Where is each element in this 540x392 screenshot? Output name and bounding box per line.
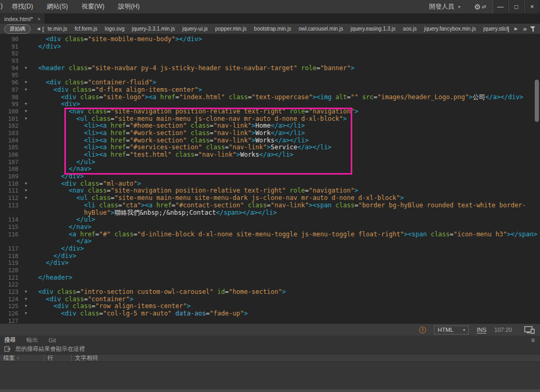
related-file-button[interactable]: logo.svg	[101, 26, 128, 32]
tab-close-icon[interactable]: ×	[37, 16, 40, 22]
line-number: 127	[0, 318, 21, 323]
code-line[interactable]: 99▼ <div>	[0, 101, 540, 108]
warning-icon[interactable]: !	[419, 327, 426, 333]
code-line[interactable]: 96▼ <div class="container-fluid">	[0, 79, 540, 87]
fold-collapse-icon[interactable]: ▼	[21, 303, 31, 310]
code-line[interactable]: 112▼ <ul class="site-menu main-menu site…	[0, 195, 540, 202]
related-file-button[interactable]: popper.min.js	[211, 26, 250, 32]
sync-settings-button[interactable]: ⚙ ⇄	[468, 3, 493, 11]
code-text: <div class="site-logo"><a href="index.ht…	[31, 94, 523, 101]
related-file-button[interactable]: jquery.easing.1.3.js	[347, 26, 399, 32]
code-line[interactable]: 124▼ <div class="container">	[0, 296, 540, 303]
fold-collapse-icon[interactable]: ▼	[21, 180, 31, 188]
overflow-chevron-icon[interactable]: »	[523, 25, 527, 33]
code-editor[interactable]: 90 <div class="site-mobile-menu-body"></…	[0, 34, 540, 323]
code-line[interactable]: 97▼ <div class="d-flex align-items-cente…	[0, 87, 540, 94]
code-line[interactable]: 120	[0, 267, 540, 274]
code-line[interactable]: 91 </div>	[0, 43, 540, 51]
minimize-button[interactable]: —	[493, 0, 508, 13]
code-line[interactable]: 121 </header>	[0, 274, 540, 282]
panel-tab-Git[interactable]: Git	[49, 337, 56, 343]
code-line[interactable]: 118 </div>	[0, 253, 540, 260]
column-header[interactable]: 文字相符	[72, 355, 540, 361]
menu-item[interactable]: 視窗(W)	[75, 2, 111, 11]
related-file-button[interactable]: te.min.js	[44, 26, 71, 32]
line-number: 121	[0, 274, 21, 282]
fold-collapse-icon[interactable]: ▼	[21, 187, 31, 195]
doc-type-dropdown[interactable]: HTML ▾	[434, 326, 469, 334]
fold-collapse-icon[interactable]: ▼	[21, 87, 31, 94]
code-line[interactable]: 122	[0, 281, 540, 289]
maximize-button[interactable]: □	[508, 0, 524, 13]
source-code-button[interactable]: 原始碼	[4, 24, 31, 34]
related-file-button[interactable]: jquery.fancybox.min.js	[420, 26, 479, 32]
filter-icon[interactable]	[530, 26, 536, 32]
code-line[interactable]: </a>	[0, 238, 540, 245]
fold-collapse-icon[interactable]: ▼	[21, 296, 31, 303]
code-line[interactable]: 115 </nav>	[0, 224, 540, 231]
code-line[interactable]: 93	[0, 58, 540, 65]
code-line[interactable]: 127	[0, 318, 540, 323]
line-number: 111	[0, 187, 21, 195]
fold-collapse-icon[interactable]: ▼	[21, 108, 31, 116]
code-line[interactable]: 113 <li class="cta"><a href="#contact-se…	[0, 202, 540, 209]
menu-item[interactable]: )	[0, 2, 5, 11]
scroll-left-icon[interactable]: ◀	[35, 26, 42, 31]
scroll-right-icon[interactable]: ▶	[513, 26, 520, 31]
related-file-button[interactable]: aos.js	[399, 26, 420, 32]
related-file-button[interactable]: bootstrap.min.js	[250, 26, 295, 32]
related-file-button[interactable]: owl.carousel.min.js	[295, 26, 346, 32]
close-button[interactable]: ×	[524, 0, 540, 13]
code-line[interactable]: 110▼ <div class="ml-auto">	[0, 180, 540, 188]
code-line[interactable]: 94▼ <header class="site-navbar py-4 js-s…	[0, 65, 540, 72]
insert-mode-toggle[interactable]: INS	[477, 327, 486, 333]
line-number: 113	[0, 202, 21, 209]
line-number: 91	[0, 43, 21, 51]
code-line[interactable]: 117 </div>	[0, 245, 540, 253]
related-file-button[interactable]: jquery-ui.js	[179, 26, 211, 32]
line-number: 125	[0, 303, 21, 310]
code-line[interactable]: 114 </ul>	[0, 216, 540, 224]
related-file-button[interactable]: jquery.sticky.js	[479, 26, 507, 32]
tab-index-html[interactable]: index.html* ×	[0, 14, 45, 24]
menu-item[interactable]: 尋找(D)	[5, 2, 40, 11]
code-line[interactable]: 116 <a href="#" class="d-inline-block d-…	[0, 231, 540, 238]
column-header[interactable]: 檔案↑	[0, 355, 44, 361]
save-report-icon[interactable]	[4, 346, 11, 352]
code-line[interactable]: 111▼ <nav class="site-navigation positio…	[0, 187, 540, 195]
code-line[interactable]: 125▼ <div class="row align-items-center"…	[0, 303, 540, 310]
line-number: 112	[0, 195, 21, 202]
menu-item[interactable]: 說明(H)	[111, 2, 147, 11]
fold-collapse-icon[interactable]: ▼	[21, 310, 31, 318]
line-number: 107	[0, 159, 21, 166]
column-header[interactable]: 行	[44, 355, 72, 361]
code-line[interactable]: 90 <div class="site-mobile-menu-body"></…	[0, 36, 540, 43]
code-text: <div class="ml-auto">	[31, 180, 141, 188]
related-file-button[interactable]: jquery-3.3.1.min.js	[128, 26, 179, 32]
code-line[interactable]: 126▼ <div class="col-lg-5 mr-auto" data-…	[0, 310, 540, 318]
panel-tabs: 搜尋輸出Git≡	[0, 336, 540, 345]
device-preview-icon[interactable]	[524, 326, 535, 334]
panel-tab-搜尋[interactable]: 搜尋	[4, 336, 16, 344]
code-line[interactable]: hyBlue">聯絡我們&nbsp;/&nbsp;Contact</span><…	[0, 209, 540, 217]
vertical-scrollbar[interactable]	[535, 80, 539, 122]
code-line[interactable]: 119 </div>	[0, 260, 540, 267]
code-line[interactable]: 92	[0, 50, 540, 58]
related-file-button[interactable]: fcf.form.js	[71, 26, 101, 32]
fold-collapse-icon[interactable]: ▼	[21, 289, 31, 296]
panel-menu-icon[interactable]: ≡	[531, 337, 540, 344]
code-line[interactable]: 95	[0, 72, 540, 79]
menu-item[interactable]: 網站(S)	[40, 2, 75, 11]
fold-collapse-icon[interactable]: ▼	[21, 79, 31, 87]
fold-collapse-icon[interactable]: ▼	[21, 65, 31, 72]
code-line[interactable]: 123▼ <div class="intro-section custom-ow…	[0, 289, 540, 296]
line-number: 106	[0, 151, 21, 159]
code-line[interactable]: 98 <div class="site-logo"><a href="index…	[0, 94, 540, 101]
code-text: <div class="d-flex align-items-center">	[31, 87, 202, 94]
fold-collapse-icon[interactable]: ▼	[21, 101, 31, 108]
fold-collapse-icon[interactable]: ▼	[21, 116, 31, 123]
panel-tab-輸出[interactable]: 輸出	[26, 336, 38, 344]
line-number: 96	[0, 79, 21, 87]
fold-collapse-icon[interactable]: ▼	[21, 195, 31, 202]
workspace-switcher[interactable]: 開發人員 ▾	[422, 2, 468, 11]
